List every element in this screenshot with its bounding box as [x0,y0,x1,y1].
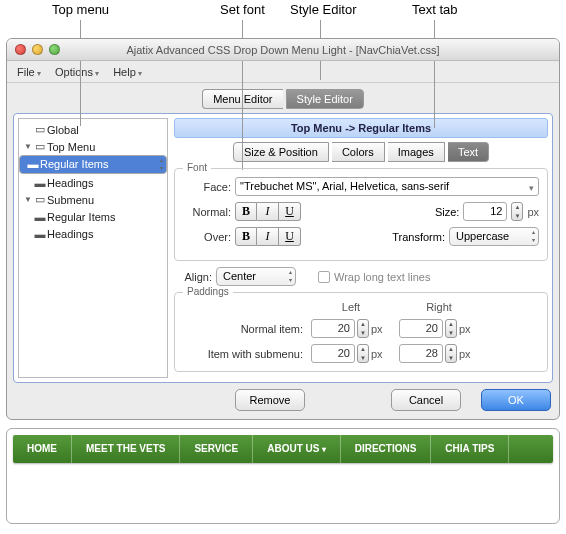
wrap-label: Wrap long text lines [334,271,430,283]
pad-normal-right[interactable]: 20 [399,319,443,338]
underline-button[interactable]: U [279,202,301,221]
transform-value: Uppercase [456,230,509,242]
tree-label: Regular Items [47,211,115,223]
tree-submenu[interactable]: ▼▭Submenu [19,191,167,208]
menu-help[interactable]: Help [107,63,148,81]
face-label: Face: [183,181,231,193]
annotation-top-menu: Top menu [52,2,109,17]
tab-colors[interactable]: Colors [332,142,385,162]
tree-regular-items[interactable]: ▬Regular Items [19,155,167,174]
titlebar: Ajatix Advanced CSS Drop Down Menu Light… [7,39,559,61]
normal-item-label: Normal item: [183,323,303,335]
nav-preview: HOME MEET THE VETS SERVICE ABOUT US DIRE… [13,435,553,463]
over-style-seg: B I U [235,227,301,246]
menubar: File Options Help [7,61,559,83]
size-label: Size: [435,206,459,218]
annotation-line [80,20,81,126]
breadcrumb: Top Menu -> Regular Items [174,118,548,138]
normal-style-seg: B I U [235,202,301,221]
tree-label: Regular Items [40,156,108,173]
pad-normal-left[interactable]: 20 [311,319,355,338]
annotation-text-tab: Text tab [412,2,458,17]
pad-right-header: Right [399,301,479,313]
align-label: Align: [176,271,212,283]
button-bar: Remove Cancel OK [13,383,553,413]
menu-file[interactable]: File [11,63,47,81]
tree-label: Headings [47,177,93,189]
align-select[interactable]: Center [216,267,296,286]
pad-stepper[interactable]: ▲▼ [357,344,369,363]
tab-images[interactable]: Images [388,142,445,162]
nav-vets[interactable]: MEET THE VETS [72,435,180,463]
pad-stepper[interactable]: ▲▼ [357,319,369,338]
tree-label: Headings [47,228,93,240]
nav-about[interactable]: ABOUT US [253,435,340,463]
preview-pane: HOME MEET THE VETS SERVICE ABOUT US DIRE… [6,428,560,524]
tree-label: Global [47,124,79,136]
menu-options[interactable]: Options [49,63,105,81]
main-tabs: Menu Editor Style Editor [13,89,553,109]
size-unit: px [527,206,539,218]
face-value: "Trebuchet MS", Arial, Helvetica, sans-s… [240,180,449,192]
nav-service[interactable]: SERVICE [180,435,253,463]
over-label: Over: [183,231,231,243]
font-legend: Font [183,162,211,173]
transform-select[interactable]: Uppercase [449,227,539,246]
tree-global[interactable]: ▭Global [19,121,167,138]
align-value: Center [223,270,256,282]
transform-label: Transform: [392,231,445,243]
annotation-style-editor: Style Editor [290,2,356,17]
pad-stepper[interactable]: ▲▼ [445,344,457,363]
nav-home[interactable]: HOME [13,435,72,463]
window-body: Menu Editor Style Editor ▭Global ▼▭Top M… [7,83,559,419]
paddings-group: Paddings Left Right Normal item: 20▲▼px … [174,292,548,372]
tree-sub-headings[interactable]: ▬Headings [19,225,167,242]
pad-stepper[interactable]: ▲▼ [445,319,457,338]
pad-left-header: Left [311,301,391,313]
cancel-button[interactable]: Cancel [391,389,461,411]
bold-button[interactable]: B [235,227,257,246]
face-combo[interactable]: "Trebuchet MS", Arial, Helvetica, sans-s… [235,177,539,196]
annotation-set-font: Set font [220,2,265,17]
bold-button[interactable]: B [235,202,257,221]
annotation-layer: Top menu Set font Style Editor Text tab [0,0,566,38]
unit: px [371,323,383,335]
tree-headings[interactable]: ▬Headings [19,174,167,191]
unit: px [459,348,471,360]
size-stepper[interactable]: ▲▼ [511,202,523,221]
size-field[interactable]: 12 [463,202,507,221]
tree-label: Submenu [47,194,94,206]
app-window: Ajatix Advanced CSS Drop Down Menu Light… [6,38,560,420]
italic-button[interactable]: I [257,227,279,246]
annotation-line [434,20,435,128]
remove-button[interactable]: Remove [235,389,305,411]
font-group: Font Face: "Trebuchet MS", Arial, Helvet… [174,168,548,261]
window-title: Ajatix Advanced CSS Drop Down Menu Light… [7,44,559,56]
tree-label: Top Menu [47,141,95,153]
underline-button[interactable]: U [279,227,301,246]
tab-size-position[interactable]: Size & Position [233,142,329,162]
split-pane: ▭Global ▼▭Top Menu ▬Regular Items ▬Headi… [13,113,553,383]
italic-button[interactable]: I [257,202,279,221]
unit: px [459,323,471,335]
editor-panel: Top Menu -> Regular Items Size & Positio… [174,118,548,378]
wrap-checkbox[interactable] [318,271,330,283]
unit: px [371,348,383,360]
normal-label: Normal: [183,206,231,218]
ok-button[interactable]: OK [481,389,551,411]
submenu-item-label: Item with submenu: [183,348,303,360]
sub-tabs: Size & Position Colors Images Text [174,142,548,162]
nav-tips[interactable]: CHIA TIPS [431,435,509,463]
tree-view: ▭Global ▼▭Top Menu ▬Regular Items ▬Headi… [18,118,168,378]
tree-top-menu[interactable]: ▼▭Top Menu [19,138,167,155]
tab-style-editor[interactable]: Style Editor [286,89,364,109]
paddings-legend: Paddings [183,286,233,297]
tree-sub-regular[interactable]: ▬Regular Items [19,208,167,225]
pad-sub-left[interactable]: 20 [311,344,355,363]
nav-directions[interactable]: DIRECTIONS [341,435,432,463]
pad-sub-right[interactable]: 28 [399,344,443,363]
tab-text[interactable]: Text [448,142,489,162]
